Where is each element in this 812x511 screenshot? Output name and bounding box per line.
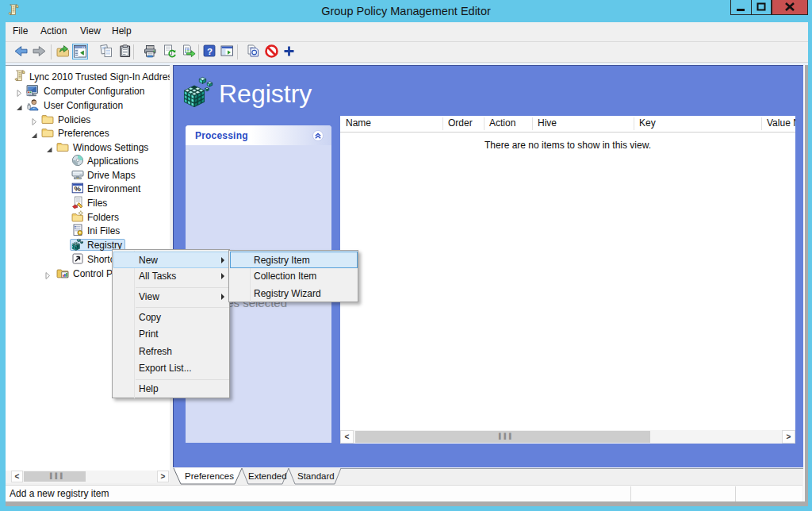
svg-text:Preferences: Preferences (185, 471, 234, 481)
svg-text:?: ? (207, 47, 213, 56)
svg-text:Standard: Standard (297, 471, 335, 481)
svg-text:Extended: Extended (248, 471, 287, 481)
svg-text:%: % (75, 184, 82, 193)
